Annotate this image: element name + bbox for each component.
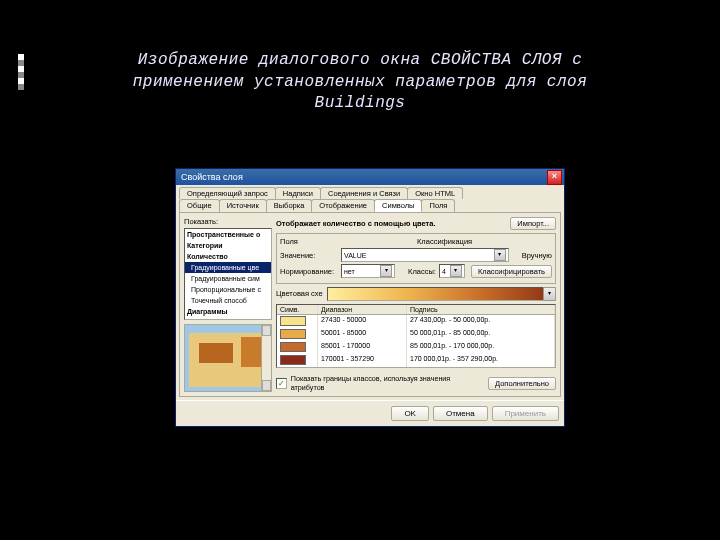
slide-decoration: [18, 54, 24, 90]
value-field-select[interactable]: VALUE ▾: [341, 248, 509, 262]
symbol-swatch[interactable]: [280, 342, 306, 352]
tab-fields[interactable]: Поля: [421, 199, 455, 212]
grid-header-symbol[interactable]: Симв.: [277, 305, 318, 314]
ok-button[interactable]: OK: [391, 406, 429, 421]
tab-source[interactable]: Источник: [219, 199, 267, 212]
label-cell[interactable]: 85 000,01р. - 170 000,00р.: [407, 341, 555, 354]
class-break-row[interactable]: 50001 - 8500050 000,01р. - 85 000,00р.: [277, 328, 555, 341]
caption-line: Buildings: [315, 94, 406, 112]
norm-text: нет: [344, 268, 355, 275]
renderer-list-item[interactable]: Градуированные цве: [185, 262, 271, 273]
tab-selection[interactable]: Выборка: [266, 199, 313, 212]
tab-general[interactable]: Общие: [179, 199, 220, 212]
renderer-list-item[interactable]: Количество: [185, 251, 271, 262]
range-cell[interactable]: 85001 - 170000: [318, 341, 407, 354]
renderer-list-item[interactable]: Пропорциональные с: [185, 284, 271, 295]
fields-classification-panel: Поля Классификация Значение: VALUE ▾ Вру…: [276, 233, 556, 284]
value-label: Значение:: [280, 251, 338, 260]
caption-line: применением установленных параметров для…: [133, 73, 588, 91]
tab-strip: Определяющий запрос Надписи Соединения и…: [176, 185, 564, 212]
renderer-list-item[interactable]: Градуированные сим: [185, 273, 271, 284]
classes-text: 4: [442, 268, 446, 275]
renderer-list[interactable]: Пространственные оКатегорииКоличествоГра…: [184, 228, 272, 320]
chevron-down-icon: ▾: [450, 265, 462, 277]
window-title: Свойства слоя: [181, 172, 547, 182]
renderer-list-item[interactable]: Пространственные о: [185, 229, 271, 240]
symbol-swatch[interactable]: [280, 329, 306, 339]
value-field-text: VALUE: [344, 252, 366, 259]
section-fields: Поля: [280, 237, 338, 246]
chevron-down-icon: ▾: [494, 249, 506, 261]
tab-joins[interactable]: Соединения и Связи: [320, 187, 408, 199]
close-icon[interactable]: ×: [547, 170, 562, 185]
dialog-footer: OK Отмена Применить: [176, 400, 564, 426]
show-label: Показать:: [184, 217, 272, 226]
symbol-swatch[interactable]: [280, 355, 306, 365]
chevron-down-icon: ▾: [380, 265, 392, 277]
grid-header-label[interactable]: Подпись: [407, 305, 555, 314]
classes-label: Классы:: [408, 267, 436, 276]
renderer-list-item[interactable]: По нескольким атри: [185, 317, 271, 320]
show-class-ranges-checkbox[interactable]: ✓: [276, 378, 287, 389]
normalization-select[interactable]: нет ▾: [341, 264, 395, 278]
class-break-row[interactable]: 170001 - 357290170 000,01р. - 357 290,00…: [277, 354, 555, 367]
renderer-list-item[interactable]: Категории: [185, 240, 271, 251]
layer-properties-dialog: Свойства слоя × Определяющий запрос Надп…: [175, 168, 565, 427]
caption-line: Изображение диалогового окна СВОЙСТВА СЛ…: [138, 51, 582, 69]
label-cell[interactable]: 27 430,00р. - 50 000,00р.: [407, 315, 555, 328]
range-cell[interactable]: 170001 - 357290: [318, 354, 407, 367]
classify-button[interactable]: Классифицировать: [471, 265, 552, 278]
symbology-pane: Показать: Пространственные оКатегорииКол…: [179, 212, 561, 397]
color-ramp-select[interactable]: ▾: [327, 287, 556, 301]
grid-header-range[interactable]: Диапазон: [318, 305, 407, 314]
show-class-ranges-label: Показать границы классов, используя знач…: [291, 374, 480, 392]
classes-select[interactable]: 4 ▾: [439, 264, 465, 278]
classifier-name: Вручную: [522, 251, 552, 260]
tab-symbology[interactable]: Символы: [374, 199, 422, 212]
titlebar[interactable]: Свойства слоя ×: [176, 169, 564, 185]
label-cell[interactable]: 170 000,01р. - 357 290,00р.: [407, 354, 555, 367]
range-cell[interactable]: 50001 - 85000: [318, 328, 407, 341]
chevron-down-icon: ▾: [543, 287, 556, 301]
range-cell[interactable]: 27430 - 50000: [318, 315, 407, 328]
renderer-list-item[interactable]: Диаграммы: [185, 306, 271, 317]
map-preview: [184, 324, 272, 392]
norm-label: Нормирование:: [280, 267, 338, 276]
apply-button[interactable]: Применить: [492, 406, 559, 421]
symbol-swatch[interactable]: [280, 316, 306, 326]
advanced-button[interactable]: Дополнительно: [488, 377, 556, 390]
cancel-button[interactable]: Отмена: [433, 406, 488, 421]
tab-html[interactable]: Окно HTML: [407, 187, 463, 199]
color-ramp-label: Цветовая схе: [276, 289, 323, 298]
import-button[interactable]: Импорт...: [510, 217, 556, 230]
class-breaks-grid[interactable]: Симв. Диапазон Подпись 27430 - 5000027 4…: [276, 304, 556, 368]
class-break-row[interactable]: 85001 - 17000085 000,01р. - 170 000,00р.: [277, 341, 555, 354]
class-break-row[interactable]: 27430 - 5000027 430,00р. - 50 000,00р.: [277, 315, 555, 328]
slide-caption: Изображение диалогового окна СВОЙСТВА СЛ…: [0, 0, 720, 115]
label-cell[interactable]: 50 000,01р. - 85 000,00р.: [407, 328, 555, 341]
tab-display[interactable]: Отображение: [311, 199, 375, 212]
section-classification: Классификация: [417, 237, 477, 246]
renderer-description: Отображает количество с помощью цвета.: [276, 219, 436, 228]
renderer-list-item[interactable]: Точечный способ: [185, 295, 271, 306]
tab-query[interactable]: Определяющий запрос: [179, 187, 276, 199]
preview-scrollbar[interactable]: [261, 325, 271, 391]
tab-labels[interactable]: Надписи: [275, 187, 321, 199]
